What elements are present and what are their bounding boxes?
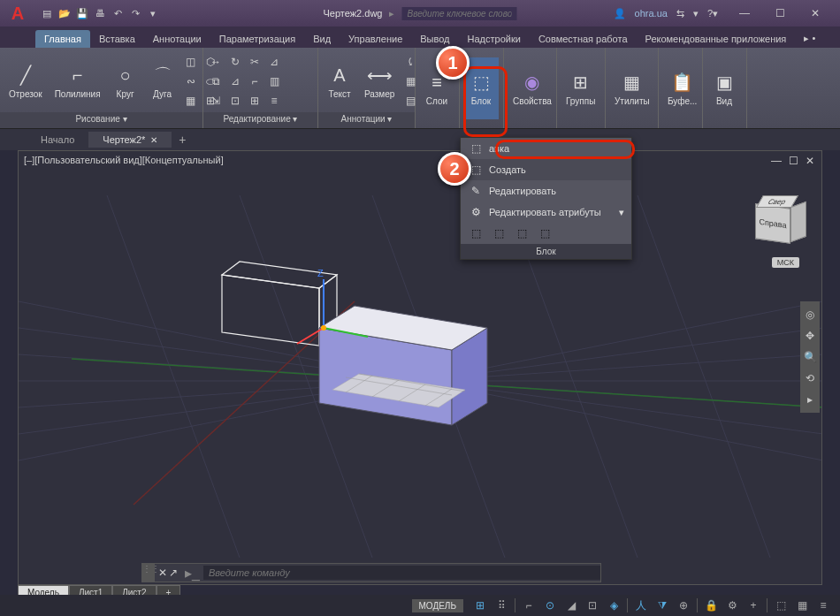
tab-parametric[interactable]: Параметризация (210, 30, 304, 48)
tab-close-icon[interactable]: ✕ (150, 135, 157, 145)
scale-icon[interactable]: ⊡ (226, 92, 244, 110)
tab-insert[interactable]: Вставка (90, 30, 144, 48)
cmd-close-icon[interactable]: ✕ (158, 567, 167, 579)
draw-tool-icon[interactable]: ∾ (182, 72, 200, 90)
sb-osnap-icon[interactable]: ⊡ (583, 597, 602, 614)
minimize-button[interactable]: — (727, 0, 762, 27)
sb-iso-icon[interactable]: ◢ (561, 597, 581, 614)
panel-modify-title[interactable]: Редактирование ▾ (203, 112, 317, 128)
tab-output[interactable]: Вывод (411, 30, 458, 48)
tab-start[interactable]: Начало (27, 132, 88, 148)
dd-insert-item[interactable]: ⬚авка (461, 138, 631, 159)
viewcube[interactable]: Справа Свер (751, 195, 804, 248)
user-label[interactable]: ohra.ua (635, 8, 668, 19)
tab-view[interactable]: Вид (304, 30, 340, 48)
panel-anno-title[interactable]: Аннотации ▾ (318, 112, 415, 128)
dd-edit-item[interactable]: ✎Редактировать (461, 180, 631, 202)
tab-annotate[interactable]: Аннотации (144, 30, 210, 48)
modify-tool-icon[interactable]: ⊿ (265, 53, 283, 71)
signin-icon[interactable]: 👤 (614, 8, 626, 19)
rotate-icon[interactable]: ↻ (226, 53, 244, 71)
open-icon[interactable]: 📂 (57, 5, 73, 21)
sb-quickprops-icon[interactable]: ▦ (792, 597, 812, 614)
sb-annomonitor-icon[interactable]: + (744, 597, 763, 614)
zoom-icon[interactable]: 🔍 (800, 347, 820, 367)
dd-tool-icon[interactable]: ⬚ (537, 226, 553, 240)
print-icon[interactable]: 🖶 (92, 5, 108, 21)
qat-menu-icon[interactable]: ▤ (39, 5, 55, 21)
viewport[interactable]: [–][Пользовательский вид][Концептуальный… (18, 150, 822, 585)
app-logo[interactable]: A (0, 0, 35, 27)
copy-icon[interactable]: ⧉ (207, 72, 225, 90)
stretch-icon[interactable]: ⇲ (207, 92, 225, 110)
clipboard-button[interactable]: 📋Буфе... (662, 57, 702, 119)
dd-tool-icon[interactable]: ⬚ (468, 226, 484, 240)
sb-snap-icon[interactable]: ⠿ (492, 597, 511, 614)
move-icon[interactable]: ↔ (207, 53, 225, 71)
trim-icon[interactable]: ✂ (246, 53, 263, 71)
tab-manage[interactable]: Управление (340, 30, 411, 48)
tab-featured-apps[interactable]: Рекомендованные приложения (637, 30, 796, 48)
tab-collaborate[interactable]: Совместная работа (530, 30, 637, 48)
sb-filter-icon[interactable]: ⧩ (653, 597, 672, 614)
draw-tool-icon[interactable]: ▦ (182, 92, 200, 110)
dd-create-item[interactable]: ⬚Создать (461, 159, 631, 180)
cart-icon[interactable]: ▾ (693, 8, 699, 19)
arc-button[interactable]: ⌒Дуга (145, 50, 180, 112)
sb-dynucs-icon[interactable]: 人 (631, 597, 651, 614)
circle-button[interactable]: ○Круг (108, 50, 143, 112)
redo-icon[interactable]: ↷ (127, 5, 143, 21)
save-icon[interactable]: 💾 (74, 5, 90, 21)
viewcube-front[interactable]: Справа (755, 203, 790, 244)
exchange-icon[interactable]: ⇆ (676, 8, 684, 19)
undo-icon[interactable]: ↶ (110, 5, 126, 21)
properties-button[interactable]: ◉Свойства (508, 57, 557, 119)
sb-polar-icon[interactable]: ⊙ (540, 597, 560, 614)
cmd-grip-icon[interactable]: ⋮⋮ (142, 564, 155, 582)
dd-attrs-item[interactable]: ⚙Редактировать атрибуты▾ (461, 202, 631, 223)
viewcube-side[interactable] (790, 202, 806, 243)
sb-gizmo-icon[interactable]: ⊕ (674, 597, 693, 614)
modify-tool-icon[interactable]: ▥ (265, 72, 283, 90)
dd-tool-icon[interactable]: ⬚ (514, 226, 530, 240)
showmotion-icon[interactable]: ▸ (800, 390, 820, 409)
view-button[interactable]: ▣Вид (706, 57, 742, 119)
cmd-recent-icon[interactable]: ↗ (169, 567, 178, 579)
sb-workspace-icon[interactable]: ⚙ (722, 597, 742, 614)
maximize-button[interactable]: ☐ (762, 0, 798, 27)
array-icon[interactable]: ⊞ (246, 92, 263, 110)
command-input[interactable] (203, 566, 600, 580)
sb-model-label[interactable]: МОДЕЛЬ (412, 599, 463, 612)
coord-system-label[interactable]: МСК (772, 257, 799, 268)
modify-tool-icon[interactable]: ≡ (265, 92, 283, 110)
sb-ortho-icon[interactable]: ⌐ (519, 597, 538, 614)
fillet-icon[interactable]: ⌐ (246, 72, 263, 90)
groups-button[interactable]: ⊞Группы (561, 57, 600, 119)
nav-wheel-icon[interactable]: ◎ (800, 305, 820, 324)
orbit-icon[interactable]: ⟲ (800, 369, 820, 388)
keyword-search-input[interactable] (401, 7, 516, 20)
pan-icon[interactable]: ✥ (800, 326, 820, 346)
polyline-button[interactable]: ⌐Полилиния (50, 50, 106, 112)
sb-grid-icon[interactable]: ⊞ (470, 597, 490, 614)
dd-tool-icon[interactable]: ⬚ (491, 226, 507, 240)
help-icon[interactable]: ?▾ (707, 8, 718, 19)
text-button[interactable]: AТекст (322, 50, 357, 112)
sb-3dosnap-icon[interactable]: ◈ (604, 597, 623, 614)
sb-customize-icon[interactable]: ≡ (813, 597, 833, 614)
line-button[interactable]: ╱Отрезок (4, 50, 48, 112)
tab-add-button[interactable]: + (172, 133, 193, 147)
panel-draw-title[interactable]: Рисование ▾ (0, 112, 202, 128)
tab-more-icon[interactable]: ▸ • (795, 29, 824, 48)
tab-drawing[interactable]: Чертеж2*✕ (88, 132, 172, 148)
sb-annoscale-icon[interactable]: 🔒 (701, 597, 721, 614)
3d-scene[interactable]: Z (19, 151, 821, 584)
viewcube-top[interactable]: Свер (756, 195, 798, 208)
sb-units-icon[interactable]: ⬚ (771, 597, 790, 614)
mirror-icon[interactable]: ⊿ (226, 72, 244, 90)
utilities-button[interactable]: ▦Утилиты (609, 57, 655, 119)
qat-dropdown-icon[interactable]: ▾ (145, 5, 161, 21)
tab-home[interactable]: Главная (35, 30, 90, 48)
dimension-button[interactable]: ⟷Размер (359, 50, 400, 112)
tab-addins[interactable]: Надстройки (459, 30, 530, 48)
